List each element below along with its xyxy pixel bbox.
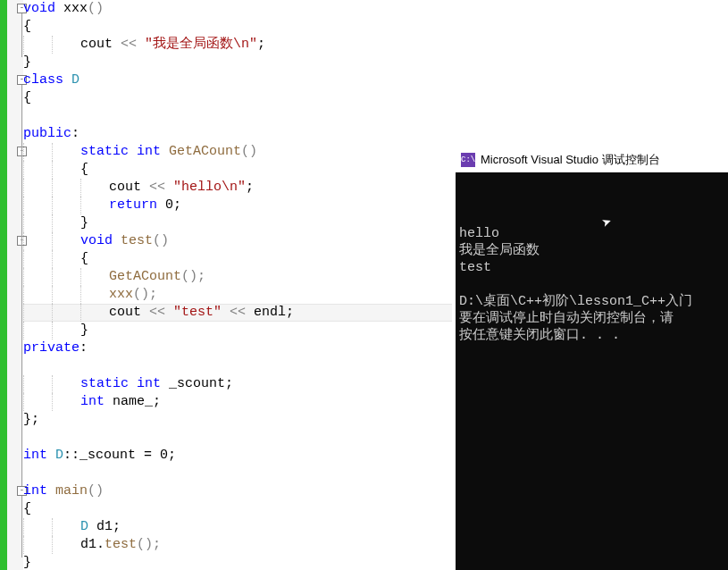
console-output[interactable]: ➤ hello我是全局函数test D:\桌面\C++初阶\lesson1_C+… — [456, 172, 728, 570]
fold-gutter[interactable]: ----- — [7, 0, 23, 570]
code-line[interactable]: } — [23, 322, 88, 339]
console-output-line: hello — [459, 225, 724, 242]
code-line[interactable]: static int _scount; — [23, 375, 233, 393]
console-titlebar[interactable]: C:\ Microsoft Visual Studio 调试控制台 — [456, 147, 728, 172]
code-line[interactable]: return 0; — [23, 197, 181, 214]
console-output-line: 按任意键关闭此窗口. . . — [459, 327, 724, 344]
code-line[interactable]: { — [23, 89, 31, 107]
fold-guide-line — [21, 13, 22, 57]
code-line[interactable]: void test() — [23, 232, 169, 250]
code-line[interactable]: GetACount(); — [23, 268, 205, 286]
code-line[interactable]: xxx(); — [23, 286, 157, 304]
fold-guide-line — [21, 85, 22, 486]
code-line[interactable]: static int GetACount() — [23, 143, 257, 161]
code-line[interactable]: void xxx() — [23, 0, 104, 18]
code-line[interactable]: d1.test(); — [23, 536, 161, 554]
code-line[interactable]: } — [23, 54, 31, 71]
code-line[interactable]: } — [23, 554, 31, 570]
console-title: Microsoft Visual Studio 调试控制台 — [481, 152, 660, 168]
code-line[interactable]: }; — [23, 411, 39, 429]
console-output-line: 我是全局函数 — [459, 242, 724, 259]
code-line[interactable]: cout << "test" << endl; — [23, 304, 294, 322]
console-output-line — [459, 276, 724, 293]
code-line[interactable]: } — [23, 214, 88, 232]
code-line[interactable]: { — [23, 18, 31, 36]
code-line[interactable]: int main() — [23, 482, 104, 500]
code-line[interactable]: D d1; — [23, 518, 121, 536]
code-line[interactable]: { — [23, 250, 88, 268]
code-line[interactable]: int name_; — [23, 393, 161, 411]
fold-guide-line — [21, 496, 22, 557]
console-output-line: test — [459, 259, 724, 276]
debug-console-window: C:\ Microsoft Visual Studio 调试控制台 ➤ hell… — [456, 147, 728, 570]
code-line[interactable]: private: — [23, 339, 88, 357]
console-output-line: D:\桌面\C++初阶\lesson1_C++入门 — [459, 293, 724, 310]
code-line[interactable]: cout << "我是全局函数\n"; — [23, 36, 265, 54]
console-output-line: 要在调试停止时自动关闭控制台，请 — [459, 310, 724, 327]
code-line[interactable]: { — [23, 161, 88, 179]
console-icon: C:\ — [461, 153, 475, 167]
code-line[interactable]: cout << "hello\n"; — [23, 179, 254, 197]
code-line[interactable]: int D::_scount = 0; — [23, 447, 176, 465]
code-line[interactable]: { — [23, 500, 31, 518]
code-line[interactable]: public: — [23, 125, 79, 143]
code-line[interactable]: class D — [23, 71, 79, 89]
change-margin — [0, 0, 7, 570]
